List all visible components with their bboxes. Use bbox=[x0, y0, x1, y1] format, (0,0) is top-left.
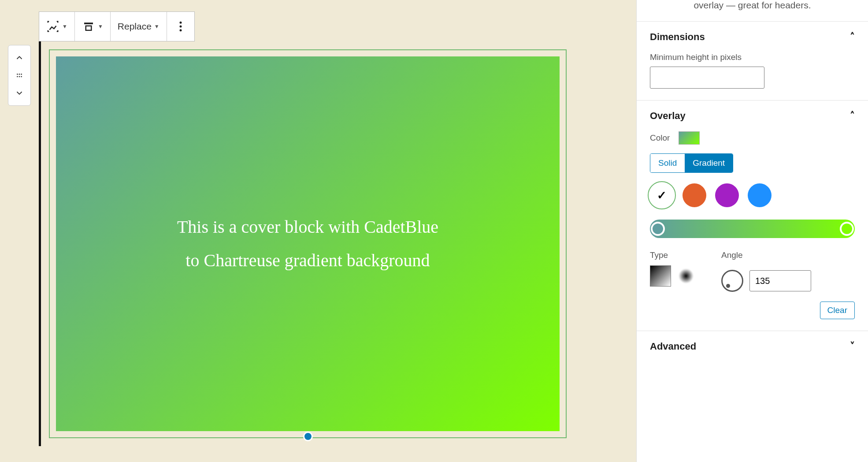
clear-button[interactable]: Clear bbox=[820, 302, 855, 319]
settings-sidebar: overlay — great for headers. Dimensions … bbox=[636, 0, 868, 462]
move-down-button[interactable] bbox=[10, 84, 29, 102]
gradient-type-linear-button[interactable] bbox=[650, 265, 671, 287]
drag-icon bbox=[15, 71, 24, 80]
svg-point-10 bbox=[179, 29, 182, 31]
gradient-type-radial-button[interactable] bbox=[677, 267, 695, 285]
overlay-panel: Overlay ˄ Color Solid Gradient bbox=[637, 100, 868, 331]
color-label: Color bbox=[650, 133, 670, 143]
advanced-panel-toggle[interactable]: Advanced ˅ bbox=[637, 331, 868, 362]
cover-block[interactable]: This is a cover block with CadetBlue to … bbox=[49, 49, 567, 438]
drag-handle-button[interactable] bbox=[10, 67, 29, 84]
solid-mode-button[interactable]: Solid bbox=[650, 154, 685, 172]
align-button[interactable]: ▼ bbox=[79, 17, 106, 36]
kebab-icon bbox=[174, 20, 187, 33]
angle-input[interactable] bbox=[749, 270, 811, 291]
cover-block-icon bbox=[46, 20, 59, 33]
dimensions-panel-toggle[interactable]: Dimensions ˄ bbox=[637, 22, 868, 52]
dimensions-panel: Dimensions ˄ Minimum height in pixels bbox=[637, 21, 868, 100]
block-toolbar: ▼ ▼ Replace ▼ bbox=[39, 11, 195, 41]
resize-handle[interactable] bbox=[303, 432, 313, 441]
min-height-input[interactable] bbox=[650, 67, 764, 89]
svg-rect-7 bbox=[86, 26, 92, 30]
replace-label: Replace bbox=[118, 21, 152, 32]
more-options-button[interactable] bbox=[171, 17, 190, 36]
gradient-stop-end[interactable] bbox=[840, 222, 854, 236]
replace-button[interactable]: Replace ▼ bbox=[115, 19, 162, 34]
svg-point-9 bbox=[179, 26, 182, 28]
block-mover bbox=[8, 45, 31, 106]
chevron-up-icon: ˄ bbox=[850, 31, 855, 43]
angle-label: Angle bbox=[721, 250, 811, 260]
svg-point-0 bbox=[17, 74, 18, 75]
current-color-swatch[interactable] bbox=[679, 131, 700, 145]
svg-rect-6 bbox=[84, 22, 93, 24]
gradient-mode-button[interactable]: Gradient bbox=[685, 154, 733, 172]
caret-down-icon: ▼ bbox=[98, 23, 103, 30]
caret-down-icon: ▼ bbox=[154, 23, 160, 30]
caret-down-icon: ▼ bbox=[62, 23, 67, 30]
cover-block-inner: This is a cover block with CadetBlue to … bbox=[56, 56, 560, 431]
gradient-bar[interactable] bbox=[650, 220, 855, 238]
preset-swatch-1[interactable] bbox=[683, 183, 706, 207]
preset-swatch-0[interactable] bbox=[650, 183, 674, 207]
advanced-panel: Advanced ˅ bbox=[637, 331, 868, 362]
gradient-stop-start[interactable] bbox=[651, 222, 665, 236]
preset-swatch-row bbox=[650, 183, 855, 207]
chevron-up-icon bbox=[15, 53, 24, 63]
overlay-panel-toggle[interactable]: Overlay ˄ bbox=[637, 101, 868, 131]
preset-swatch-3[interactable] bbox=[748, 183, 772, 207]
align-icon bbox=[82, 20, 95, 33]
block-type-button[interactable]: ▼ bbox=[44, 17, 70, 36]
move-up-button[interactable] bbox=[10, 49, 29, 67]
svg-point-3 bbox=[17, 76, 18, 77]
svg-point-8 bbox=[179, 22, 182, 24]
angle-dial[interactable] bbox=[721, 270, 743, 292]
overlay-title: Overlay bbox=[650, 110, 686, 122]
editor-canvas: This is a cover block with CadetBlue to … bbox=[39, 41, 575, 446]
type-label: Type bbox=[650, 250, 695, 260]
color-mode-toggle: Solid Gradient bbox=[650, 153, 733, 173]
dimensions-title: Dimensions bbox=[650, 31, 705, 43]
svg-point-2 bbox=[21, 74, 22, 75]
min-height-label: Minimum height in pixels bbox=[650, 52, 855, 62]
advanced-title: Advanced bbox=[650, 341, 696, 352]
chevron-down-icon: ˅ bbox=[850, 341, 855, 352]
svg-point-1 bbox=[19, 74, 20, 75]
preset-swatch-2[interactable] bbox=[715, 183, 739, 207]
svg-point-5 bbox=[21, 76, 22, 77]
chevron-down-icon bbox=[15, 88, 24, 98]
svg-point-4 bbox=[19, 76, 20, 77]
chevron-up-icon: ˄ bbox=[850, 110, 855, 122]
cover-text[interactable]: This is a cover block with CadetBlue to … bbox=[171, 210, 445, 277]
block-description: overlay — great for headers. bbox=[637, 0, 868, 21]
